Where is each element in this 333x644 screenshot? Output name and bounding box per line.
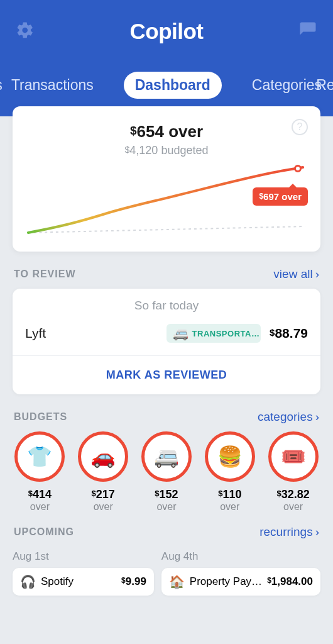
review-transaction-row[interactable]: Lyft 🚐 TRANSPORTA… $88.79 xyxy=(13,320,320,356)
budget-label: over xyxy=(220,501,239,513)
chart-badge-suffix: over xyxy=(279,191,302,202)
budgets-row: 👕 $414 over 🚗 $217 over 🚐 $152 over 🍔 $1… xyxy=(0,431,333,513)
tab-bar: nts Transactions Dashboard Categories Re… xyxy=(0,66,333,104)
summary-budgeted-suffix: budgeted xyxy=(158,144,208,157)
upcoming-row: Aug 1st 🎧 Spotify $9.99 Aug 4th 🏠 Proper… xyxy=(0,550,333,596)
review-view-all-link[interactable]: view all› xyxy=(273,267,319,281)
chart-badge: $697 over xyxy=(253,187,308,206)
budget-item-clothing[interactable]: 👕 $414 over xyxy=(11,431,68,513)
shirt-icon: 👕 xyxy=(14,431,65,482)
chat-icon[interactable] xyxy=(298,21,317,42)
headphones-icon: 🎧 xyxy=(20,575,36,588)
budget-label: over xyxy=(30,501,50,513)
budget-amount: $152 xyxy=(155,488,178,501)
help-icon[interactable]: ? xyxy=(292,119,308,135)
summary-card[interactable]: ? $654 over $4,120 budgeted $697 over xyxy=(13,106,320,252)
budget-label: over xyxy=(156,501,176,513)
summary-over: $654 over xyxy=(25,122,308,142)
upcoming-title: UPCOMING xyxy=(14,526,74,538)
budgets-categories-link[interactable]: categories› xyxy=(258,410,319,424)
tab-right-partial[interactable]: Recu xyxy=(305,72,333,99)
summary-budgeted-amount: 4,120 xyxy=(129,144,158,157)
upcoming-col: Aug 4th 🏠 Property Pay… $1,984.00 xyxy=(161,550,320,596)
review-category-pill[interactable]: 🚐 TRANSPORTA… xyxy=(166,324,261,343)
app-title: Copilot xyxy=(129,19,203,44)
chart-endpoint-dot xyxy=(294,165,302,172)
car-icon: 🚗 xyxy=(78,431,128,482)
budget-item-entertainment[interactable]: 🎟️ $32.82 over xyxy=(265,431,322,513)
upcoming-section-header: UPCOMING recurrings› xyxy=(0,513,333,547)
bus-icon: 🚐 xyxy=(173,327,189,340)
upcoming-name: Spotify xyxy=(41,575,74,588)
chart-badge-amount: 697 xyxy=(263,191,279,202)
budgets-title: BUDGETS xyxy=(14,411,67,423)
summary-over-amount: 654 xyxy=(137,122,164,141)
gear-icon[interactable] xyxy=(16,21,35,42)
summary-budgeted: $4,120 budgeted xyxy=(25,144,308,157)
bus-icon: 🚐 xyxy=(141,431,192,482)
budget-label: over xyxy=(94,501,113,513)
budget-item-transport[interactable]: 🚐 $152 over xyxy=(138,431,195,513)
budget-item-food[interactable]: 🍔 $110 over xyxy=(201,431,258,513)
upcoming-date: Aug 4th xyxy=(161,550,320,563)
upcoming-card-property[interactable]: 🏠 Property Pay… $1,984.00 xyxy=(161,568,320,596)
review-amount: $88.79 xyxy=(270,326,308,341)
budget-label: over xyxy=(283,501,303,513)
upcoming-col: Aug 1st 🎧 Spotify $9.99 xyxy=(13,550,154,596)
review-section-header: TO REVIEW view all› xyxy=(0,252,333,289)
budget-amount: $217 xyxy=(92,488,115,501)
summary-over-suffix: over xyxy=(164,122,203,141)
review-merchant: Lyft xyxy=(25,326,46,341)
budget-amount: $110 xyxy=(218,488,241,501)
house-icon: 🏠 xyxy=(169,575,185,588)
header-top-bar: Copilot xyxy=(0,16,333,47)
budget-item-auto[interactable]: 🚗 $217 over xyxy=(75,431,132,513)
upcoming-amount: $9.99 xyxy=(121,575,146,588)
budget-amount: $414 xyxy=(28,488,52,501)
budget-amount: $32.82 xyxy=(276,488,309,501)
upcoming-recurrings-link[interactable]: recurrings› xyxy=(259,525,319,539)
upcoming-card-spotify[interactable]: 🎧 Spotify $9.99 xyxy=(13,568,154,596)
burger-icon: 🍔 xyxy=(205,431,255,482)
upcoming-date: Aug 1st xyxy=(13,550,154,563)
review-today-label: So far today xyxy=(13,289,320,320)
ticket-icon: 🎟️ xyxy=(268,431,319,482)
review-title: TO REVIEW xyxy=(14,269,76,280)
budgets-section-header: BUDGETS categories› xyxy=(0,394,333,431)
app-header: Copilot nts Transactions Dashboard Categ… xyxy=(0,0,333,116)
upcoming-name: Property Pay… xyxy=(190,575,262,588)
mark-as-reviewed-button[interactable]: MARK AS REVIEWED xyxy=(13,356,320,394)
summary-chart: $697 over xyxy=(25,164,308,239)
tab-dashboard[interactable]: Dashboard xyxy=(124,72,222,99)
tab-transactions[interactable]: Transactions xyxy=(0,72,105,99)
review-category-label: TRANSPORTA… xyxy=(192,329,260,338)
upcoming-amount: $1,984.00 xyxy=(267,575,313,588)
review-card: So far today Lyft 🚐 TRANSPORTA… $88.79 M… xyxy=(13,289,320,394)
